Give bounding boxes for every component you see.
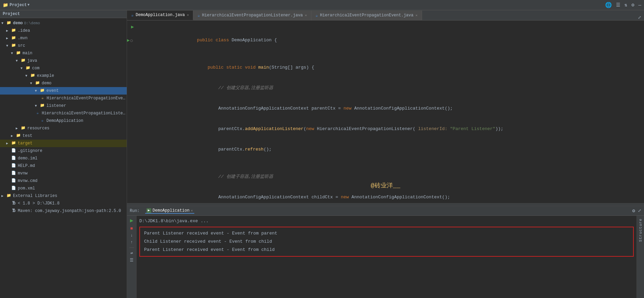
output-text: Child Listener received event - Event fr…: [144, 238, 272, 246]
tree-item-jdk[interactable]: ▶ 🗜 < 1.8 > D:\JDK1.8: [0, 200, 127, 207]
tree-label: main: [23, 51, 32, 56]
tree-item-hepev[interactable]: ▶ ☕ HierarchicalEventPropagationEve…: [0, 95, 127, 102]
tree-arrow: ▼: [16, 59, 20, 63]
file-icon: 📄: [11, 171, 16, 176]
jar-icon: 🗜: [11, 201, 16, 206]
tree-item-extlib[interactable]: ▶ 📁 External Libraries: [0, 192, 127, 200]
tree-item-java[interactable]: ▼ 📁 java: [0, 57, 127, 65]
diff-icon[interactable]: ⇅: [625, 2, 627, 8]
top-bar-dropdown-icon[interactable]: ▼: [27, 3, 29, 7]
folder-icon: 📁: [40, 88, 45, 94]
line-content: // 创建父容器,注册监听器: [152, 78, 641, 98]
folder-icon: 📁: [20, 58, 26, 63]
tree-item-listener[interactable]: ▼ 📁 listener: [0, 102, 127, 110]
tree-item-mvnwcmd[interactable]: ▶ 📄 mvnw.cmd: [0, 177, 127, 185]
tree-item-idea[interactable]: ▶ 📁 .idea: [0, 27, 127, 34]
tree-item-com[interactable]: ▼ 📁 com: [0, 65, 127, 72]
globe-icon[interactable]: 🌐: [605, 2, 612, 9]
tree-item-pomxml[interactable]: ▶ 📄 pom.xml: [0, 185, 127, 192]
tree-item-helpmd[interactable]: ▶ 📄 HELP.md: [0, 162, 127, 170]
run-line3[interactable]: ▶ ◯: [127, 37, 138, 44]
tree-label: HierarchicalEventPropagationEve…: [47, 96, 125, 101]
tab-bar-right: ⤢: [638, 15, 644, 20]
tree-item-demoapp[interactable]: ▶ ☕ DemoApplication: [0, 117, 127, 125]
bottom-tab-bar: Run: ▶ DemoApplication ✕ ⚙ ⤢: [127, 206, 644, 216]
run-button[interactable]: ▶: [130, 217, 134, 224]
tree-item-demo-folder[interactable]: ▼ 📁 demo: [0, 80, 127, 87]
code-editor: ▶ ▶ ◯: [127, 20, 644, 203]
tree-item-event[interactable]: ▼ 📁 event: [0, 87, 127, 95]
structure-label: Structure: [639, 218, 643, 242]
tree-item-example[interactable]: ▼ 📁 example: [0, 72, 127, 80]
java-class-icon: ☕: [35, 111, 40, 116]
tab-icon: ☕: [316, 13, 318, 18]
console-text: D:\JDK1.8\bin\java.exe ...: [139, 217, 209, 225]
tree-label: pom.xml: [18, 186, 35, 191]
stop-button[interactable]: ■: [130, 226, 133, 231]
tree-item-test[interactable]: ▶ 📁 test: [0, 132, 127, 140]
tab-hepli[interactable]: ☕ HierarchicalEventPropagationListener.j…: [193, 11, 311, 20]
code-content[interactable]: public class DemoApplication {: [138, 20, 644, 203]
top-bar-title: Project: [10, 3, 27, 8]
horizontal-scrollbar[interactable]: [127, 203, 644, 206]
tree-item-resources[interactable]: ▶ 📁 resources: [0, 125, 127, 132]
tree-item-target[interactable]: ▶ 📁 target: [0, 140, 127, 147]
wrap-button[interactable]: ⇌: [130, 251, 133, 256]
file-icon: 📄: [11, 186, 16, 191]
tree-item-gitignore[interactable]: ▶ 📄 .gitignore: [0, 147, 127, 155]
output-line-1: Parent Listener received event - Event f…: [144, 229, 629, 238]
run-icon[interactable]: ▶: [127, 38, 130, 43]
gear-icon[interactable]: ⚙: [631, 2, 634, 8]
tab-hepev[interactable]: ☕ HierarchicalEventPropagationEvent.java…: [311, 11, 422, 20]
tree-arrow: ▶: [6, 29, 11, 33]
tree-item-mvn[interactable]: ▶ 📁 .mvn: [0, 34, 127, 42]
line-content: public class DemoApplication {: [152, 30, 641, 51]
tree-arrow: ▶: [6, 36, 11, 40]
run-line1[interactable]: ▶: [127, 23, 138, 30]
tree-arrow: ▼: [6, 44, 11, 48]
filter-button[interactable]: ☰: [130, 258, 134, 263]
bottom-tab-actions: ⚙ ⤢: [632, 208, 641, 214]
tab-close-icon[interactable]: ✕: [305, 13, 307, 17]
tree-item-mvnw[interactable]: ▶ 📄 mvnw: [0, 170, 127, 177]
project-panel: Project ▼ 📁 demo D:\demo ▶ 📁 .idea: [0, 10, 127, 298]
tree-item-demo[interactable]: ▼ 📁 demo D:\demo: [0, 19, 127, 27]
minimize-icon[interactable]: —: [639, 2, 641, 8]
file-icon: 📄: [11, 178, 16, 184]
breakpoint-icon[interactable]: ◯: [130, 38, 133, 43]
tree-item-hepli[interactable]: ▶ ☕ HierarchicalEventPropagationListe…: [0, 110, 127, 117]
settings-icon[interactable]: ⚙: [632, 208, 635, 214]
tree-arrow: ▶: [1, 194, 6, 198]
code-line: AnnotationConfigApplicationContext child…: [138, 187, 644, 203]
project-icon: 📁: [3, 2, 8, 8]
line-content: // 创建子容器,注册监听器: [152, 167, 641, 187]
folder-icon: 📁: [11, 36, 16, 41]
tab-demoapp[interactable]: ☕ DemoApplication.java ✕: [127, 11, 193, 20]
bottom-panel: Run: ▶ DemoApplication ✕ ⚙ ⤢: [127, 206, 644, 298]
tab-close-icon[interactable]: ✕: [187, 13, 189, 17]
panel-title: Project: [3, 12, 20, 16]
run-icon[interactable]: ▶: [131, 24, 134, 30]
tree-item-src[interactable]: ▼ 📁 src: [0, 42, 127, 49]
run-tab-close[interactable]: ✕: [191, 209, 193, 213]
scroll-down-button[interactable]: ↓: [130, 233, 133, 238]
project-tree[interactable]: ▼ 📁 demo D:\demo ▶ 📁 .idea ▶ 📁: [0, 18, 127, 298]
file-icon: 📄: [11, 163, 16, 169]
tree-label: test: [23, 133, 32, 138]
tree-item-main[interactable]: ▼ 📁 main: [0, 49, 127, 57]
run-app-icon: ▶: [146, 208, 151, 213]
tab-close-icon[interactable]: ✕: [416, 13, 418, 17]
align-icon[interactable]: ☰: [616, 2, 620, 8]
tab-icon: ☕: [197, 13, 200, 18]
tree-arrow: ▼: [25, 74, 30, 78]
run-tab-demoapp[interactable]: ▶ DemoApplication ✕: [145, 208, 194, 214]
code-line: [138, 51, 644, 57]
expand-icon[interactable]: ⤢: [638, 208, 641, 213]
expand-icon[interactable]: ⤢: [638, 15, 641, 20]
scroll-up-button[interactable]: ↑: [130, 240, 133, 245]
tree-item-maven[interactable]: ▶ 🗜 Maven: com.jayway.jsonpath:json-path…: [0, 207, 127, 215]
output-text: Parent Listener received event - Event f…: [144, 246, 275, 254]
folder-icon: 📁: [35, 81, 40, 86]
tree-item-demoiml[interactable]: ▶ 📄 demo.iml: [0, 155, 127, 162]
line-content: parentCtx.refresh();: [152, 139, 641, 160]
